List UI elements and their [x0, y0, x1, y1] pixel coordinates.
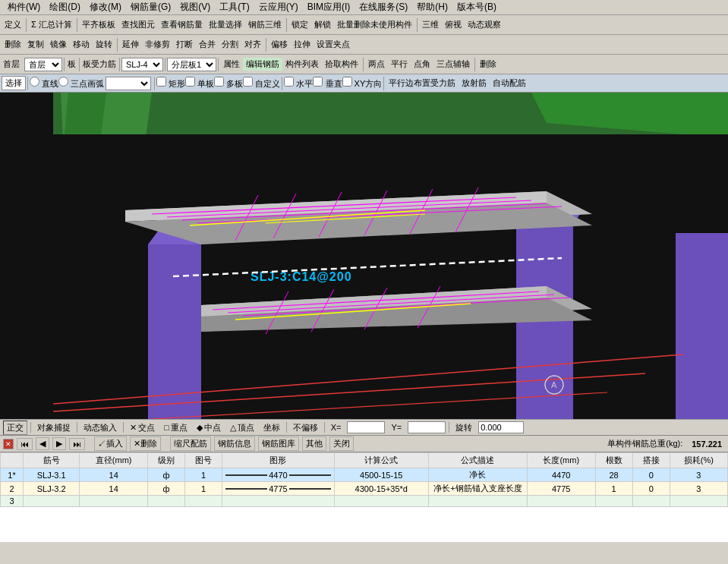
menu-tools[interactable]: 工具(T) — [215, 0, 254, 14]
draw-select[interactable] — [106, 77, 151, 90]
status-midpoint[interactable]: □ 重点 — [161, 422, 191, 433]
btn-find[interactable]: 查找图元 — [118, 18, 158, 31]
menu-draw[interactable]: 绘图(D) — [45, 0, 85, 14]
radio-line[interactable] — [30, 77, 39, 87]
btn-select[interactable]: 选择 — [2, 76, 26, 90]
menu-component[interactable]: 构件(W) — [3, 0, 45, 14]
viewport[interactable]: SLJ-3:C14@200 A Z — [0, 93, 728, 419]
status-dynamic[interactable]: 动态输入 — [80, 422, 120, 433]
sep5 — [117, 38, 118, 52]
btn-rebar-lib[interactable]: 钢筋图库 — [258, 436, 299, 451]
btn-lock[interactable]: 锁定 — [288, 18, 311, 31]
cb-xy[interactable] — [342, 77, 352, 87]
btn-close-panel[interactable]: 关闭 — [329, 436, 354, 451]
cb-multi[interactable] — [214, 77, 224, 87]
btn-del-row[interactable]: ✕删除 — [130, 436, 161, 451]
layer-select[interactable]: 分层板1 — [167, 58, 216, 71]
menu-bim[interactable]: BIM应用(I) — [303, 0, 355, 14]
radio-arc[interactable] — [58, 77, 68, 87]
cell-desc: 净长+钢筋锚入支座长度 — [428, 482, 527, 496]
cb-vert[interactable] — [313, 77, 323, 87]
btn-nav-next[interactable]: ▶ — [52, 437, 66, 450]
btn-batch-delete[interactable]: 批量删除未使用构件 — [334, 18, 415, 31]
table-row[interactable]: 2 SLJ-3.2 14 ф 1 4775 4300-15+35*d 净长+钢筋… — [1, 482, 728, 496]
btn-extend[interactable]: 延伸 — [119, 38, 142, 51]
menu-modify[interactable]: 修改(M) — [85, 0, 126, 14]
btn-calc[interactable]: Σ 汇总计算 — [28, 18, 75, 31]
btn-rotate[interactable]: 旋转 — [93, 38, 115, 51]
cb-custom[interactable] — [243, 77, 253, 87]
status-orthogonal[interactable]: 正交 — [3, 421, 27, 435]
btn-mirror[interactable]: 镜像 — [47, 38, 70, 51]
btn-nav-prev[interactable]: ◀ — [36, 437, 49, 450]
menu-bar: 构件(W) 绘图(D) 修改(M) 钢筋量(G) 视图(V) 工具(T) 云应用… — [0, 0, 728, 15]
status-coord[interactable]: 坐标 — [260, 422, 283, 433]
btn-copy[interactable]: 复制 — [24, 38, 47, 51]
btn-trim[interactable]: 非修剪 — [142, 38, 173, 51]
btn-parallel-rebar[interactable]: 平行边布置受力筋 — [386, 77, 459, 90]
cell-grade: ф — [148, 468, 185, 482]
status-snap[interactable]: 对象捕捉 — [34, 422, 74, 433]
btn-rebar-info[interactable]: 钢筋信息 — [214, 436, 255, 451]
btn-parallel[interactable]: 平行 — [388, 58, 411, 71]
btn-rebar-3d[interactable]: 钢筋三维 — [245, 18, 285, 31]
btn-set-grip[interactable]: 设置夹点 — [314, 38, 353, 51]
btn-scale-rebar[interactable]: 缩尺配筋 — [170, 436, 211, 451]
btn-break[interactable]: 打断 — [173, 38, 196, 51]
status-offset[interactable]: 不偏移 — [290, 422, 321, 433]
btn-nav-first[interactable]: ⏮ — [17, 438, 33, 450]
menu-rebar-qty[interactable]: 钢筋量(G) — [126, 0, 175, 14]
btn-edit-rebar[interactable]: 编辑钢筋 — [243, 58, 282, 71]
btn-merge[interactable]: 合并 — [196, 38, 219, 51]
btn-others[interactable]: 其他 — [302, 436, 326, 451]
btn-radial-rebar[interactable]: 放射筋 — [459, 77, 490, 90]
btn-insert[interactable]: ↙插入 — [94, 436, 127, 451]
panel-close-btn[interactable]: ✕ — [3, 439, 14, 449]
btn-3d[interactable]: 三维 — [419, 18, 442, 31]
th-name: 筋号 — [24, 453, 80, 468]
btn-align[interactable]: 对齐 — [241, 38, 264, 51]
btn-point-angle[interactable]: 点角 — [411, 58, 433, 71]
total-value: 157.221 — [689, 440, 725, 449]
btn-batch-select[interactable]: 批量选择 — [206, 18, 245, 31]
btn-delete-rebar[interactable]: 删除 — [477, 58, 500, 71]
status-center[interactable]: ◆ 中点 — [194, 422, 224, 433]
btn-pick-component[interactable]: 拾取构件 — [322, 58, 361, 71]
btn-nav-last[interactable]: ⏭ — [69, 438, 85, 450]
btn-orbit[interactable]: 动态观察 — [465, 18, 504, 31]
x-input[interactable] — [347, 421, 385, 433]
btn-define[interactable]: 定义 — [2, 18, 24, 31]
table-row[interactable]: 1* SLJ-3.1 14 ф 1 4470 4500-15-15 净长 447… — [1, 468, 728, 482]
btn-auto-rebar[interactable]: 自动配筋 — [490, 77, 529, 90]
btn-move[interactable]: 移动 — [70, 38, 93, 51]
cb-single[interactable] — [185, 77, 195, 87]
floor-select[interactable]: 首层 — [24, 58, 62, 71]
menu-cloud[interactable]: 云应用(Y) — [254, 0, 303, 14]
btn-delete[interactable]: 删除 — [2, 38, 24, 51]
btn-component-list[interactable]: 构件列表 — [282, 58, 322, 71]
name-select[interactable]: SLJ-4 — [121, 58, 163, 71]
btn-stretch[interactable]: 拉伸 — [291, 38, 314, 51]
cb-horiz[interactable] — [284, 77, 294, 87]
btn-property[interactable]: 属性 — [220, 58, 243, 71]
menu-version[interactable]: 版本号(B) — [452, 0, 501, 14]
btn-unlock[interactable]: 解锁 — [311, 18, 334, 31]
menu-help[interactable]: 帮助(H) — [412, 0, 452, 14]
btn-align-slab[interactable]: 平齐板板 — [79, 18, 118, 31]
menu-online[interactable]: 在线服务(S) — [355, 0, 412, 14]
btn-split[interactable]: 分割 — [219, 38, 241, 51]
btn-two-point[interactable]: 两点 — [365, 58, 388, 71]
toolbar-context: 首层 首层 板 板受力筋 SLJ-4 分层板1 属性 编辑钢筋 构件列表 拾取构… — [0, 55, 728, 74]
table-row[interactable]: 3 — [1, 496, 728, 507]
btn-three-axis[interactable]: 三点辅轴 — [433, 58, 473, 71]
cb-rect[interactable] — [156, 77, 166, 87]
status-intersect[interactable]: ✕ 交点 — [127, 422, 158, 433]
btn-offset[interactable]: 偏移 — [268, 38, 291, 51]
btn-view-rebar[interactable]: 查看钢筋量 — [158, 18, 206, 31]
rotate-input[interactable] — [478, 421, 524, 433]
btn-top-view[interactable]: 俯视 — [442, 18, 465, 31]
menu-view[interactable]: 视图(V) — [175, 0, 215, 14]
y-input[interactable] — [408, 421, 446, 433]
status-vertex[interactable]: △ 顶点 — [227, 422, 257, 433]
cell-overlap — [632, 496, 670, 507]
